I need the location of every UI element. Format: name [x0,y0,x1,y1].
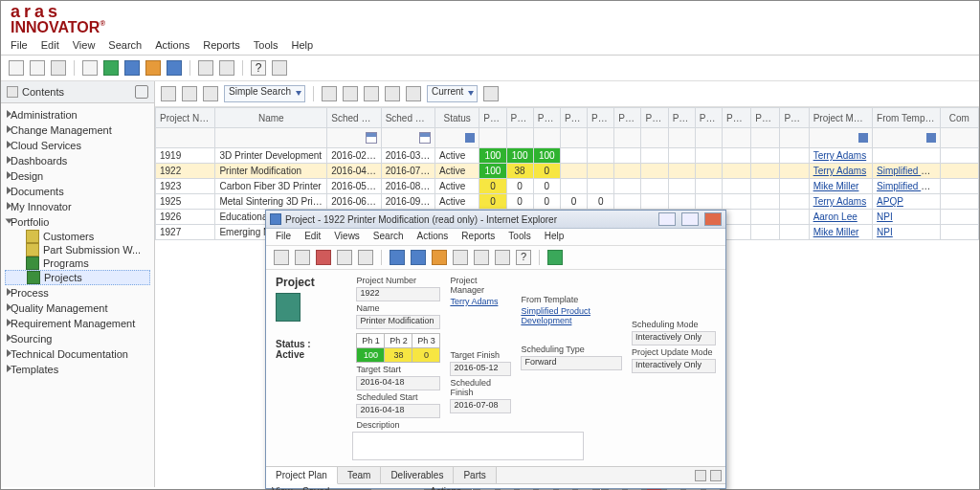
manager-link[interactable]: Aaron Lee [813,212,858,222]
dropdown-icon[interactable] [465,133,475,143]
col-from-template[interactable]: From Template... [873,108,940,128]
delete-icon[interactable] [82,60,98,76]
delete-icon[interactable] [316,250,331,265]
col-name[interactable]: Name [215,108,327,128]
calendar-icon[interactable] [419,132,431,144]
tree-portfolio[interactable]: Portfolio [5,214,150,230]
print-icon[interactable] [51,60,66,76]
col-status[interactable]: Status [435,108,479,128]
unlock-icon[interactable] [145,60,161,76]
modal-menu-reports[interactable]: Reports [461,231,495,241]
last-page-icon[interactable] [406,86,421,101]
dropdown-icon[interactable] [926,133,936,143]
refresh-icon[interactable] [337,250,352,265]
search-icon[interactable] [161,86,176,101]
modal-menu-search[interactable]: Search [373,231,404,241]
help-icon[interactable]: ? [516,250,531,265]
tree-technical-documentation[interactable]: Technical Documentation [5,346,150,362]
menu-actions[interactable]: Actions [155,39,189,51]
col-ph9[interactable]: Ph 9 [695,108,722,128]
calendar-icon[interactable] [366,132,377,144]
tree-documents[interactable]: Documents [5,184,150,199]
done-icon[interactable] [547,250,563,265]
menu-file[interactable]: File [11,39,28,51]
col-ph3[interactable]: Ph 3 [533,108,560,128]
col-ph11[interactable]: Ph 11 [751,108,780,128]
manager-link[interactable]: Terry Adams [813,196,867,207]
tree-design[interactable]: Design [5,168,150,184]
clear-icon[interactable] [203,86,218,101]
modal-menu-views[interactable]: Views [334,231,360,241]
search-mode-select[interactable]: Simple Search [224,85,305,102]
save-icon[interactable] [295,250,310,265]
col-ph7[interactable]: Ph 7 [641,108,668,128]
promote-icon[interactable] [167,60,182,76]
manager-link[interactable]: Mike Miller [813,181,859,191]
manager-link[interactable]: Mike Miller [813,227,859,237]
template-link[interactable]: Simplified Product... [877,166,940,176]
menu-search[interactable]: Search [108,39,142,51]
modal-menu-tools[interactable]: Tools [508,231,530,241]
modal-menu-help[interactable]: Help [545,231,565,241]
menu-tools[interactable]: Tools [254,39,278,51]
grid-row[interactable]: 19193D Printer Development2016-02-292016… [156,148,979,164]
template-link[interactable]: APQP [877,196,903,207]
tree-change-management[interactable]: Change Management [5,122,150,138]
col-ph1[interactable]: Ph 1 [479,108,506,128]
word-icon[interactable] [390,250,405,265]
menu-reports[interactable]: Reports [203,39,240,51]
undo-icon[interactable] [453,250,468,265]
grid-row[interactable]: 1925Metal Sintering 3D Printer2016-06-10… [156,194,979,210]
field-project-manager[interactable]: Terry Adams [450,297,511,306]
modal-menu-actions[interactable]: Actions [417,231,449,241]
prev-page-icon[interactable] [364,86,379,101]
col-sched-due[interactable]: Sched Due... [381,108,434,128]
tree-sourcing[interactable]: Sourcing [5,331,150,346]
next-page-icon[interactable] [385,86,400,101]
redo-icon[interactable] [474,250,489,265]
tab-deliverables[interactable]: Deliverables [381,467,454,483]
col-ph8[interactable]: Ph 8 [668,108,695,128]
col-ph12[interactable]: Ph 12 [780,108,809,128]
tree-process[interactable]: Process [5,285,150,301]
tab-min-icon[interactable] [695,470,706,481]
lock-icon[interactable] [124,60,140,76]
sidebar-config-icon[interactable] [135,85,148,99]
tree-programs[interactable]: Programs [5,256,150,270]
col-sched-start[interactable]: Sched Star... [327,108,381,128]
col-ph5[interactable]: Ph 5 [588,108,614,128]
template-link[interactable]: Simplified Product [877,181,940,191]
tree-part-submission[interactable]: Part Submission W... [5,243,150,256]
print-icon[interactable] [358,250,373,265]
view-dropdown[interactable]: View ▾ [272,486,297,490]
logout-icon[interactable] [272,60,287,76]
tree-projects[interactable]: Projects [5,270,150,285]
redo-icon[interactable] [219,60,234,76]
template-link[interactable]: NPI [877,227,893,237]
minimize-button[interactable] [658,212,676,226]
col-project-number[interactable]: Project Number [156,108,215,128]
manager-link[interactable]: Terry Adams [813,166,867,176]
unlock-icon[interactable] [432,250,447,265]
tab-max-icon[interactable] [710,470,722,481]
col-com[interactable]: Com [940,108,978,128]
maximize-button[interactable] [681,212,699,226]
col-ph4[interactable]: Ph 4 [560,108,587,128]
copy-icon[interactable] [495,250,510,265]
menu-edit[interactable]: Edit [41,39,59,51]
field-from-template[interactable]: Simplified Product Development [521,306,622,325]
tree-requirement-management[interactable]: Requirement Management [5,316,150,331]
window-titlebar[interactable]: Project - 1922 Printer Modification (rea… [266,211,725,229]
template-link[interactable]: NPI [877,212,893,222]
new-icon[interactable] [9,60,24,76]
col-ph2[interactable]: Ph 2 [506,108,533,128]
menu-help[interactable]: Help [292,39,314,51]
tree-administration[interactable]: Administration [5,107,150,122]
tab-project-plan[interactable]: Project Plan [266,467,338,484]
col-ph6[interactable]: Ph 6 [614,108,641,128]
close-button[interactable] [704,212,722,226]
toggle-icon[interactable] [322,86,337,101]
dropdown-icon[interactable] [858,133,868,143]
grid-filter-row[interactable] [156,128,979,148]
grid-row[interactable]: 1922Printer Modification2016-04-182016-0… [156,164,979,179]
